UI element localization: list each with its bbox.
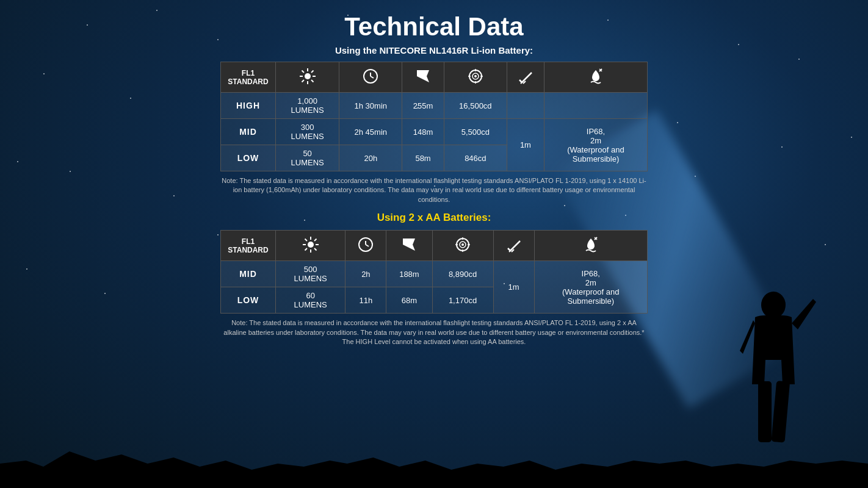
svg-line-30	[305, 239, 307, 242]
main-content: Technical Data Using the NITECORE NL1416…	[0, 0, 868, 488]
svg-marker-37	[403, 239, 415, 251]
mode-label: HIGH	[221, 93, 276, 119]
svg-line-33	[305, 248, 307, 251]
runtime-value: 2h 45min	[339, 119, 402, 145]
svg-point-25	[308, 242, 314, 248]
mode-label: LOW	[221, 287, 276, 314]
impact-value	[507, 93, 544, 119]
table1-subtitle: Using the NITECORE NL1416R Li-ion Batter…	[335, 45, 533, 56]
waterproof-value: IP68,2m(Waterproof andSubmersible)	[534, 261, 647, 314]
mode-label: MID	[221, 261, 276, 287]
intensity-value: 8,890cd	[432, 261, 493, 287]
svg-marker-15	[417, 70, 429, 82]
table1-note: Note: The stated data is measured in acc…	[220, 176, 648, 204]
runtime-value: 11h	[345, 287, 386, 314]
intensity-value: 16,500cd	[444, 93, 507, 119]
table1-container: FL1STANDARD	[220, 62, 648, 171]
runtime-value: 20h	[339, 145, 402, 171]
mode-label: LOW	[221, 145, 276, 171]
lumens-value: 50LUMENS	[276, 145, 339, 171]
col-header-runtime-2	[345, 231, 386, 261]
col-header-beam-2	[386, 231, 432, 261]
table2: FL1STANDARD	[220, 230, 648, 314]
svg-line-8	[302, 71, 304, 73]
table2-subtitle: Using 2 x AA Batteries:	[377, 212, 491, 224]
intensity-value: 846cd	[444, 145, 507, 171]
table1: FL1STANDARD	[220, 62, 648, 171]
svg-point-18	[474, 75, 477, 77]
col-header-runtime	[339, 62, 402, 93]
svg-line-10	[311, 71, 314, 73]
col-header-waterproof-2	[534, 231, 647, 261]
page-title: Technical Data	[344, 12, 523, 41]
col-header-standard-2: FL1STANDARD	[221, 231, 276, 261]
col-header-intensity	[444, 62, 507, 93]
svg-point-40	[461, 243, 464, 246]
col-header-waterproof	[544, 62, 647, 93]
beam-distance-value: 255m	[402, 93, 444, 119]
mode-label: MID	[221, 119, 276, 145]
svg-line-32	[314, 239, 317, 242]
svg-line-11	[302, 80, 304, 82]
col-header-impact-2	[493, 231, 534, 261]
lumens-value: 60LUMENS	[276, 287, 345, 314]
col-header-impact	[507, 62, 544, 93]
table-row: MID 300LUMENS 2h 45min 148m 5,500cd 1m I…	[221, 119, 648, 145]
svg-line-14	[371, 76, 374, 78]
col-header-beam-distance	[402, 62, 444, 93]
beam-distance-value: 148m	[402, 119, 444, 145]
svg-line-36	[366, 245, 369, 246]
impact-value: 1m	[507, 119, 544, 171]
svg-line-9	[311, 80, 314, 82]
lumens-value: 1,000LUMENS	[276, 93, 339, 119]
col-header-standard: FL1STANDARD	[221, 62, 276, 93]
beam-distance-value: 58m	[402, 145, 444, 171]
lumens-value: 300LUMENS	[276, 119, 339, 145]
col-header-brightness-2	[276, 231, 345, 261]
impact-value: 1m	[493, 261, 534, 314]
table-row: MID 500LUMENS 2h 188m 8,890cd 1m IP68,2m…	[221, 261, 648, 287]
col-header-intensity-2	[432, 231, 493, 261]
table-row: HIGH 1,000LUMENS 1h 30min 255m 16,500cd	[221, 93, 648, 119]
intensity-value: 1,170cd	[432, 287, 493, 314]
svg-point-3	[305, 73, 311, 79]
runtime-value: 1h 30min	[339, 93, 402, 119]
waterproof-value: IP68,2m(Waterproof andSubmersible)	[544, 119, 647, 171]
runtime-value: 2h	[345, 261, 386, 287]
waterproof-value	[544, 93, 647, 119]
beam-distance-value: 188m	[386, 261, 432, 287]
table2-container: FL1STANDARD	[220, 230, 648, 314]
col-header-brightness	[276, 62, 339, 93]
lumens-value: 500LUMENS	[276, 261, 345, 287]
svg-line-31	[314, 248, 317, 251]
table2-note: Note: The stated data is measured in acc…	[220, 318, 648, 346]
beam-distance-value: 68m	[386, 287, 432, 314]
intensity-value: 5,500cd	[444, 119, 507, 145]
